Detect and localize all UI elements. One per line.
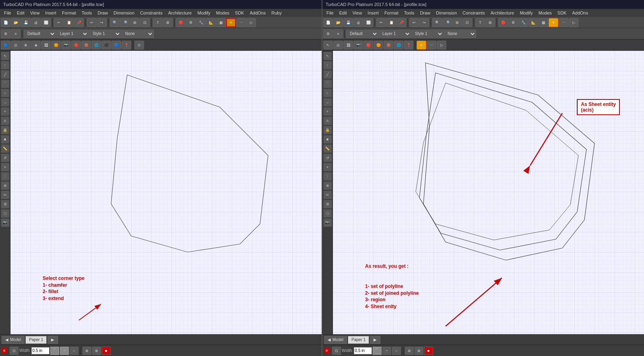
tb-redo-left[interactable]: ↪: [97, 18, 107, 27]
tb-save-left[interactable]: 💾: [21, 18, 31, 27]
tool-curve1-left[interactable]: ⌣: [1, 98, 10, 107]
tool-select-left[interactable]: ↖: [1, 52, 10, 60]
bt-corner2-left[interactable]: ⌢: [60, 347, 69, 355]
tb2-settings-right[interactable]: ⚙: [323, 29, 333, 38]
tool-rotate-left[interactable]: ↺: [1, 153, 10, 162]
tool-pts-left[interactable]: ⋮: [1, 172, 10, 181]
width-input-left[interactable]: [31, 347, 50, 354]
tool-text-left[interactable]: A: [1, 116, 10, 125]
tb-offset-highlighted-left[interactable]: ✛: [226, 18, 236, 27]
tb-paste-right[interactable]: 📌: [396, 18, 406, 27]
tb2-dropdown3-left[interactable]: Style 1: [89, 30, 121, 38]
snap11-left[interactable]: ⬛: [101, 41, 111, 50]
tb-grid-left[interactable]: ⊞: [163, 18, 173, 27]
snap4-right[interactable]: 🔴: [363, 41, 373, 50]
tb-btn5-right[interactable]: ⬜: [363, 18, 373, 27]
snap10-right[interactable]: ▷: [437, 41, 446, 50]
menu-constraints-left[interactable]: Constraints: [138, 10, 165, 16]
menu-insert-left[interactable]: Insert: [43, 10, 59, 16]
menu-ruby-left[interactable]: Ruby: [269, 10, 284, 16]
bt-snap1-right[interactable]: ⊡: [332, 347, 341, 355]
tb2-dropdown4-left[interactable]: None: [122, 30, 154, 38]
tb-btn5-left[interactable]: ⬜: [41, 18, 51, 27]
tb-mode3-left[interactable]: 🔧: [196, 18, 206, 27]
snap9-right[interactable]: ⋯: [427, 41, 436, 50]
bt-link2-left[interactable]: ⊕: [92, 347, 101, 355]
tb-mode1-right[interactable]: 🔴: [498, 18, 508, 27]
tool-move-left[interactable]: ⊕: [1, 181, 10, 190]
tool-sym-left[interactable]: ⌖: [1, 163, 10, 172]
tb-copy-right[interactable]: 📋: [386, 18, 396, 27]
tb2-dropdown4-right[interactable]: None: [444, 30, 476, 38]
menu-format-right[interactable]: Format: [382, 10, 401, 16]
bt-corner1-left[interactable]: ⌒: [50, 347, 59, 355]
tb-cut-left[interactable]: ✂: [54, 18, 64, 27]
tool-node-left[interactable]: ↑: [1, 61, 10, 70]
tb-mode3-right[interactable]: 🔧: [518, 18, 528, 27]
tb-zoom4-left[interactable]: ⊡: [140, 18, 150, 27]
tb-redo-right[interactable]: ↪: [419, 18, 429, 27]
tb-mode1-left[interactable]: 🔴: [176, 18, 186, 27]
tool-text-right[interactable]: A: [323, 116, 332, 125]
tool-fill-left[interactable]: ■: [1, 135, 10, 144]
tb-text-right[interactable]: T: [475, 18, 485, 27]
tb2-dropdown1-left[interactable]: Default: [24, 30, 56, 38]
tb-mode6-right[interactable]: ⋯: [559, 18, 568, 27]
tool-move-right[interactable]: ⊕: [323, 181, 332, 190]
tb-mode7-left[interactable]: ▷: [246, 18, 256, 27]
menu-modes-left[interactable]: Modes: [214, 10, 232, 16]
tool-3d-left[interactable]: ⬡: [1, 209, 10, 218]
tb2-dropdown2-left[interactable]: Layer 1: [56, 30, 89, 38]
snap14-left[interactable]: ⊙: [134, 41, 144, 50]
tool-line-right[interactable]: ╱: [323, 70, 332, 79]
tb-mode6-left[interactable]: ⋯: [236, 18, 246, 27]
tb-offset-active-right[interactable]: ✛: [417, 41, 426, 50]
snap13-left[interactable]: 📍: [122, 41, 131, 50]
snap8-right[interactable]: 📍: [404, 41, 413, 50]
bt-end-left[interactable]: ■: [102, 347, 111, 355]
snap3-left[interactable]: ⊕: [21, 41, 31, 50]
tb-zoom2-right[interactable]: 🔎: [442, 18, 452, 27]
snap1-right[interactable]: ◎: [333, 41, 343, 50]
tb-zoom3-left[interactable]: ⊞: [130, 18, 140, 27]
tool-circle-right[interactable]: ○: [323, 89, 332, 97]
bt-corner1-right[interactable]: ⌒: [373, 347, 382, 355]
tb-save-right[interactable]: 💾: [343, 18, 353, 27]
tool-node-right[interactable]: ↑: [323, 61, 332, 70]
snap9-left[interactable]: 🟤: [81, 41, 91, 50]
bt-corner3-right[interactable]: ⌣: [392, 347, 401, 355]
tb-mode5-left[interactable]: ▦: [216, 18, 226, 27]
bt-link1-left[interactable]: ⊕: [83, 347, 91, 355]
menu-edit-left[interactable]: Edit: [14, 10, 27, 16]
tool-cam-right[interactable]: 📷: [323, 218, 332, 227]
menu-insert-right[interactable]: Insert: [365, 10, 381, 16]
tab-add-right[interactable]: ▶: [370, 336, 380, 344]
tb2-dropdown3-right[interactable]: Style 1: [411, 30, 444, 38]
menu-file-right[interactable]: File: [324, 10, 336, 16]
tool-line-left[interactable]: ╱: [1, 70, 10, 79]
snap5-right[interactable]: 🟠: [374, 41, 383, 50]
tb-zoom1-right[interactable]: 🔍: [432, 18, 442, 27]
tb-mode2-left[interactable]: ⚙: [186, 18, 196, 27]
tab-paper1-right[interactable]: Paper 1: [348, 336, 369, 344]
tool-measure-right[interactable]: 📏: [323, 144, 332, 153]
tb-mode4-left[interactable]: 📐: [206, 18, 216, 27]
snap10-left[interactable]: 🌐: [91, 41, 101, 50]
tab-paper1-left[interactable]: Paper 1: [25, 336, 47, 344]
tool-3d-right[interactable]: ⬡: [323, 209, 332, 218]
tb2-layers-left[interactable]: ≡: [11, 29, 21, 38]
snap7-right[interactable]: 🌐: [394, 41, 403, 50]
tool-lock-left[interactable]: 🔒: [1, 126, 10, 135]
tb-print-right[interactable]: 🖨: [353, 18, 363, 27]
menu-edit-right[interactable]: Edit: [337, 10, 349, 16]
menu-draw-right[interactable]: Draw: [417, 10, 433, 16]
tb-zoom3-right[interactable]: ⊞: [452, 18, 462, 27]
tb-zoom1-left[interactable]: 🔍: [110, 18, 120, 27]
tb-new-right[interactable]: 📄: [323, 18, 333, 27]
menu-file-left[interactable]: File: [2, 10, 14, 16]
menu-view-right[interactable]: View: [350, 10, 365, 16]
menu-dimension-left[interactable]: Dimension: [111, 10, 137, 16]
tool-measure-left[interactable]: 📏: [1, 144, 10, 153]
tab-add-left[interactable]: ▶: [47, 336, 58, 344]
tb-print-left[interactable]: 🖨: [31, 18, 41, 27]
